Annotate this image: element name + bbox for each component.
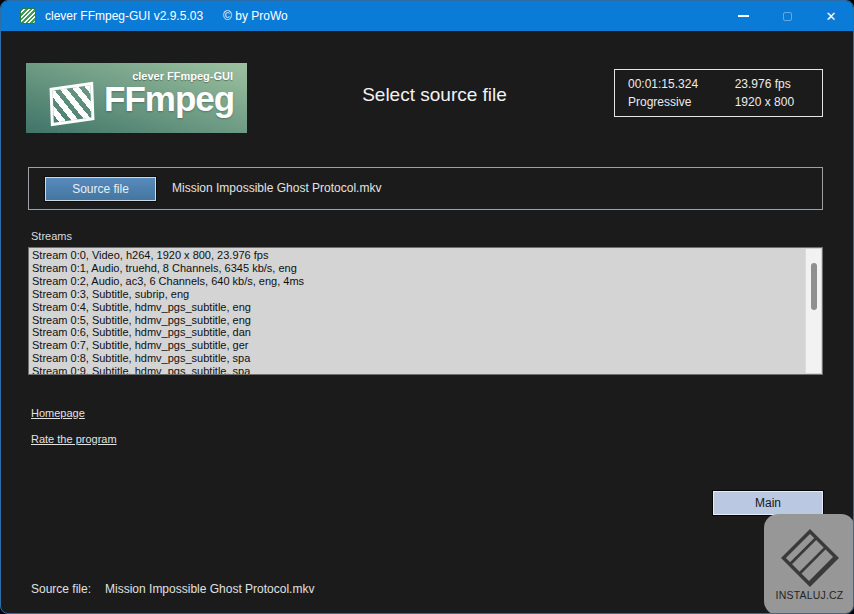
app-icon <box>20 8 36 24</box>
streams-scrollbar[interactable] <box>805 249 821 373</box>
source-file-groupbox: Source file Mission Impossible Ghost Pro… <box>28 167 823 210</box>
window-titlebar[interactable]: clever FFmpeg-GUI v2.9.5.03 © by ProWo ✕ <box>1 1 853 31</box>
instaluj-diamond-icon <box>780 528 840 588</box>
stream-row[interactable]: Stream 0:0, Video, h264, 1920 x 800, 23.… <box>32 249 822 262</box>
app-window: clever FFmpeg-GUI v2.9.5.03 © by ProWo ✕… <box>0 0 854 614</box>
ffmpeg-logo-icon <box>50 82 95 126</box>
media-resolution: 1920 x 800 <box>735 95 822 109</box>
watermark-label: INSTALUJ.CZ <box>776 589 844 601</box>
media-framerate: 23.976 fps <box>735 77 822 91</box>
streams-listbox[interactable]: Stream 0:0, Video, h264, 1920 x 800, 23.… <box>28 247 823 375</box>
media-info-panel: 00:01:15.324 23.976 fps Progressive 1920… <box>614 69 823 117</box>
close-icon: ✕ <box>826 10 837 23</box>
window-copyright: © by ProWo <box>223 9 288 23</box>
stream-row[interactable]: Stream 0:8, Subtitle, hdmv_pgs_subtitle,… <box>32 352 822 365</box>
page-title: Select source file <box>293 84 576 106</box>
source-filename: Mission Impossible Ghost Protocol.mkv <box>172 181 381 195</box>
app-logo: clever FFmpeg-GUI FFmpeg <box>26 63 247 133</box>
media-scan-type: Progressive <box>628 95 735 109</box>
instaluj-watermark: INSTALUJ.CZ <box>764 514 854 614</box>
status-label: Source file: <box>31 582 91 596</box>
close-button[interactable]: ✕ <box>809 1 853 31</box>
maximize-button[interactable] <box>765 1 809 31</box>
homepage-link[interactable]: Homepage <box>31 407 85 419</box>
stream-row[interactable]: Stream 0:5, Subtitle, hdmv_pgs_subtitle,… <box>32 314 822 327</box>
stream-row[interactable]: Stream 0:4, Subtitle, hdmv_pgs_subtitle,… <box>32 301 822 314</box>
maximize-icon <box>783 12 792 21</box>
source-file-button[interactable]: Source file <box>45 177 156 201</box>
media-duration: 00:01:15.324 <box>628 77 735 91</box>
window-controls: ✕ <box>721 1 853 31</box>
streams-list: Stream 0:0, Video, h264, 1920 x 800, 23.… <box>29 248 822 375</box>
streams-scrollbar-thumb[interactable] <box>811 263 817 310</box>
status-filename: Mission Impossible Ghost Protocol.mkv <box>105 582 314 596</box>
window-title: clever FFmpeg-GUI v2.9.5.03 <box>45 9 203 23</box>
stream-row[interactable]: Stream 0:3, Subtitle, subrip, eng <box>32 288 822 301</box>
logo-brand: FFmpeg <box>104 79 234 119</box>
stream-row[interactable]: Stream 0:2, Audio, ac3, 6 Channels, 640 … <box>32 275 822 288</box>
main-button[interactable]: Main <box>713 491 823 515</box>
streams-label: Streams <box>31 230 72 242</box>
minimize-button[interactable] <box>721 1 765 31</box>
stream-row[interactable]: Stream 0:9, Subtitle, hdmv_pgs_subtitle,… <box>32 365 822 375</box>
status-bar: Source file:Mission Impossible Ghost Pro… <box>31 582 314 596</box>
minimize-icon <box>738 15 749 17</box>
stream-row[interactable]: Stream 0:6, Subtitle, hdmv_pgs_subtitle,… <box>32 326 822 339</box>
stream-row[interactable]: Stream 0:1, Audio, truehd, 8 Channels, 6… <box>32 262 822 275</box>
rate-program-link[interactable]: Rate the program <box>31 433 117 445</box>
stream-row[interactable]: Stream 0:7, Subtitle, hdmv_pgs_subtitle,… <box>32 339 822 352</box>
